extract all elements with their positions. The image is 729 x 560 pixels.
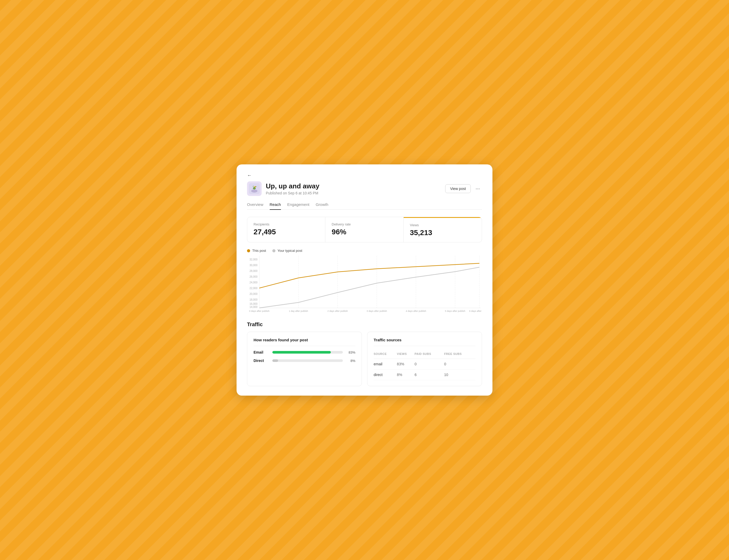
- delivery-rate-value: 96%: [331, 228, 397, 236]
- row-email-paid: 0: [415, 359, 444, 370]
- table-row: direct 8% 6 10: [374, 370, 476, 380]
- bar-label-direct: Direct: [253, 359, 269, 363]
- recipients-value: 27,495: [253, 228, 319, 236]
- row-email-source: email: [374, 359, 397, 370]
- bar-pct-direct: 8%: [346, 359, 355, 363]
- svg-text:20,000: 20,000: [249, 293, 257, 295]
- traffic-title: Traffic: [247, 321, 482, 327]
- post-thumbnail: [247, 181, 262, 196]
- bar-pct-email: 83%: [346, 350, 355, 354]
- tab-overview[interactable]: Overview: [247, 202, 263, 210]
- row-direct-paid: 6: [415, 370, 444, 380]
- views-value: 35,213: [410, 229, 476, 237]
- delivery-rate-label: Delivery rate: [331, 222, 397, 226]
- row-direct-source: direct: [374, 370, 397, 380]
- svg-text:32,000: 32,000: [249, 258, 257, 261]
- svg-text:2 days after publish: 2 days after publish: [327, 310, 348, 312]
- table-row: email 83% 0 0: [374, 359, 476, 370]
- bar-fill-email: [272, 351, 331, 354]
- row-email-views: 83%: [397, 359, 415, 370]
- svg-text:28,000: 28,000: [249, 270, 257, 272]
- tab-reach[interactable]: Reach: [270, 202, 281, 210]
- bar-label-email: Email: [253, 350, 269, 354]
- sources-card: Traffic sources SOURCE VIEWS PAID SUBS F…: [367, 332, 482, 386]
- svg-text:4 days after publish: 4 days after publish: [406, 310, 426, 312]
- typical-post-dot: [272, 249, 275, 252]
- svg-text:0 days after publish: 0 days after publish: [249, 310, 269, 312]
- typical-post-label: Your typical post: [277, 249, 302, 253]
- legend-typical-post: Your typical post: [272, 249, 302, 253]
- more-options-button[interactable]: ···: [473, 184, 482, 193]
- col-free-subs: FREE SUBS: [444, 350, 476, 359]
- back-button[interactable]: ←: [247, 173, 252, 181]
- traffic-grid: How readers found your post Email 83% Di…: [247, 332, 482, 386]
- svg-point-1: [251, 189, 257, 193]
- chart-svg: 32,000 30,000 28,000 26,000 24,000 22,00…: [247, 256, 482, 313]
- recipients-label: Recipients: [253, 222, 319, 226]
- how-found-title: How readers found your post: [253, 338, 355, 346]
- this-post-dot: [247, 249, 250, 252]
- thumbnail-image: [249, 183, 260, 194]
- bar-track-direct: [272, 359, 343, 362]
- svg-text:18,000: 18,000: [249, 298, 257, 301]
- bar-row-email: Email 83%: [253, 350, 355, 354]
- tab-engagement[interactable]: Engagement: [287, 202, 309, 210]
- post-header: Up, up and away Published on Sep 6 at 10…: [247, 181, 482, 196]
- tabs-nav: Overview Reach Engagement Growth: [247, 202, 482, 210]
- sources-title: Traffic sources: [374, 338, 476, 346]
- post-header-left: Up, up and away Published on Sep 6 at 10…: [247, 181, 319, 196]
- tab-growth[interactable]: Growth: [316, 202, 328, 210]
- svg-text:1 day after publish: 1 day after publish: [289, 310, 308, 312]
- post-header-right: View post ···: [445, 184, 482, 193]
- stat-views: Views 35,213: [404, 217, 482, 242]
- view-post-button[interactable]: View post: [445, 184, 471, 193]
- bar-track-email: [272, 351, 343, 354]
- row-direct-free: 10: [444, 370, 476, 380]
- chart-section: This post Your typical post 32,000 30,00…: [247, 249, 482, 313]
- chart-container: 32,000 30,000 28,000 26,000 24,000 22,00…: [247, 256, 482, 313]
- this-post-label: This post: [252, 249, 266, 253]
- svg-text:3 days after publish: 3 days after publish: [367, 310, 387, 312]
- chart-legend: This post Your typical post: [247, 249, 482, 253]
- svg-text:30,000: 30,000: [249, 264, 257, 267]
- how-found-card: How readers found your post Email 83% Di…: [247, 332, 362, 386]
- row-direct-views: 8%: [397, 370, 415, 380]
- bar-row-direct: Direct 8%: [253, 359, 355, 363]
- stat-recipients: Recipients 27,495: [247, 217, 325, 242]
- col-views: VIEWS: [397, 350, 415, 359]
- svg-text:26,000: 26,000: [249, 275, 257, 278]
- svg-text:22,000: 22,000: [249, 287, 257, 290]
- legend-this-post: This post: [247, 249, 266, 253]
- stat-delivery-rate: Delivery rate 96%: [325, 217, 404, 242]
- post-subtitle: Published on Sep 6 at 10:45 PM: [266, 191, 319, 195]
- svg-text:5 days after publish: 5 days after publish: [445, 310, 465, 312]
- col-source: SOURCE: [374, 350, 397, 359]
- post-info: Up, up and away Published on Sep 6 at 10…: [266, 182, 319, 195]
- row-email-free: 0: [444, 359, 476, 370]
- svg-text:24,000: 24,000: [249, 281, 257, 284]
- svg-text:14,000: 14,000: [249, 306, 257, 308]
- svg-text:16,000: 16,000: [249, 302, 257, 305]
- bar-fill-direct: [272, 359, 278, 362]
- main-card: ← Up, up and away Published on Sep 6 at …: [236, 164, 493, 396]
- stats-row: Recipients 27,495 Delivery rate 96% View…: [247, 217, 482, 242]
- col-paid-subs: PAID SUBS: [415, 350, 444, 359]
- svg-text:6 days after publish: 6 days after publish: [469, 310, 482, 312]
- sources-table: SOURCE VIEWS PAID SUBS FREE SUBS email 8…: [374, 350, 476, 380]
- views-label: Views: [410, 223, 476, 227]
- post-title: Up, up and away: [266, 182, 319, 190]
